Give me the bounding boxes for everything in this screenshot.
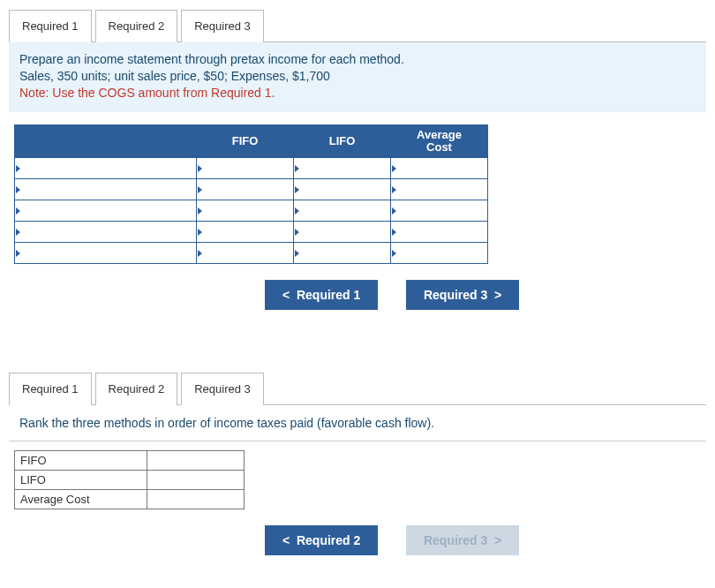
tab-required-2[interactable]: Required 2 [95, 10, 178, 42]
lifo-input[interactable] [294, 179, 391, 200]
dropdown-icon [295, 229, 299, 236]
table-row [15, 222, 488, 243]
tabs-group-3: Required 1 Required 2 Required 3 [9, 372, 706, 405]
dropdown-icon [198, 186, 202, 193]
tab-required-2[interactable]: Required 2 [95, 373, 178, 405]
header-average-cost: Average Cost [391, 124, 488, 158]
nav-prev-label: Required 1 [297, 288, 360, 302]
header-blank [15, 124, 197, 158]
rank-value-lifo[interactable] [147, 471, 245, 490]
row-label-input[interactable] [15, 179, 197, 200]
nav-next-label: Required 3 [424, 288, 487, 302]
dropdown-icon [392, 165, 396, 172]
rank-table: FIFO LIFO Average Cost [14, 450, 245, 509]
tab-required-3[interactable]: Required 3 [181, 10, 264, 42]
instruction-note: Note: Use the COGS amount from Required … [19, 85, 696, 102]
fifo-input[interactable] [197, 158, 294, 179]
rank-label-lifo: LIFO [15, 471, 147, 490]
row-label-input[interactable] [15, 200, 197, 222]
fifo-input[interactable] [197, 179, 294, 200]
dropdown-icon [392, 186, 396, 193]
rank-label-fifo: FIFO [15, 451, 147, 471]
chevron-left-icon: < [282, 288, 290, 302]
nav-prev-label: Required 2 [297, 533, 360, 547]
next-required-3-button-disabled: Required 3 > [406, 525, 519, 555]
lifo-input[interactable] [294, 200, 391, 222]
avg-input[interactable] [391, 158, 488, 179]
nav-buttons-req3: < Required 2 Required 3 > [9, 525, 706, 555]
tabs-group-2: Required 1 Required 2 Required 3 [9, 9, 706, 42]
dropdown-icon [392, 229, 396, 236]
header-lifo: LIFO [294, 124, 391, 158]
required-3-panel: Required 1 Required 2 Required 3 Rank th… [9, 372, 706, 555]
dropdown-icon [198, 229, 202, 236]
dropdown-icon [198, 207, 202, 215]
tab-required-1[interactable]: Required 1 [9, 373, 92, 405]
instruction-line-1: Prepare an income statement through pret… [19, 51, 696, 68]
prev-required-1-button[interactable]: < Required 1 [265, 280, 378, 310]
table-row [15, 243, 488, 264]
header-fifo: FIFO [197, 124, 294, 158]
avg-input[interactable] [391, 179, 488, 200]
dropdown-icon [16, 250, 20, 257]
lifo-input[interactable] [294, 222, 391, 243]
row-label-input[interactable] [15, 158, 197, 179]
prev-required-2-button[interactable]: < Required 2 [265, 525, 378, 555]
fifo-input[interactable] [197, 200, 294, 222]
rank-value-fifo[interactable] [147, 451, 245, 471]
instructions-req3: Rank the three methods in order of incom… [9, 405, 706, 441]
table-row: LIFO [15, 471, 245, 490]
dropdown-icon [16, 229, 20, 236]
dropdown-icon [392, 207, 396, 215]
required-2-panel: Required 1 Required 2 Required 3 Prepare… [9, 9, 706, 310]
nav-buttons-req2: < Required 1 Required 3 > [9, 280, 706, 310]
fifo-input[interactable] [197, 243, 294, 264]
chevron-right-icon: > [494, 288, 501, 302]
fifo-input[interactable] [197, 222, 294, 243]
dropdown-icon [295, 250, 299, 257]
tab-required-3[interactable]: Required 3 [181, 373, 264, 405]
dropdown-icon [198, 165, 202, 172]
lifo-input[interactable] [294, 158, 391, 179]
instructions-req2: Prepare an income statement through pret… [9, 42, 706, 112]
avg-input[interactable] [391, 243, 488, 264]
dropdown-icon [16, 207, 20, 215]
table-row [15, 179, 488, 200]
dropdown-icon [392, 250, 396, 257]
avg-input[interactable] [391, 200, 488, 222]
tab-required-1[interactable]: Required 1 [9, 10, 92, 42]
avg-input[interactable] [391, 222, 488, 243]
next-required-3-button[interactable]: Required 3 > [406, 280, 519, 310]
row-label-input[interactable] [15, 243, 197, 264]
table-row: Average Cost [15, 490, 245, 509]
dropdown-icon [295, 165, 299, 172]
table-row: FIFO [15, 451, 245, 471]
row-label-input[interactable] [15, 222, 197, 243]
dropdown-icon [16, 165, 20, 172]
instruction-line-2: Sales, 350 units; unit sales price, $50;… [19, 68, 696, 85]
chevron-right-icon: > [494, 533, 501, 547]
dropdown-icon [198, 250, 202, 257]
table-row [15, 158, 488, 179]
dropdown-icon [295, 186, 299, 193]
chevron-left-icon: < [282, 533, 290, 547]
table-row [15, 200, 488, 222]
lifo-input[interactable] [294, 243, 391, 264]
dropdown-icon [16, 186, 20, 193]
rank-value-average-cost[interactable] [147, 490, 245, 509]
nav-next-label: Required 3 [424, 533, 487, 547]
rank-label-average-cost: Average Cost [15, 490, 147, 509]
income-statement-table: FIFO LIFO Average Cost [14, 124, 488, 265]
dropdown-icon [295, 207, 299, 215]
